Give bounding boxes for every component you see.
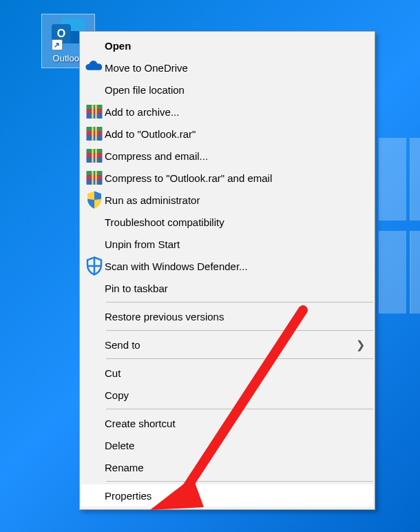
- menu-item-label: Restore previous versions: [105, 311, 365, 323]
- menu-item-label: Pin to taskbar: [105, 283, 365, 294]
- menu-item-label: Copy: [105, 389, 365, 401]
- svg-rect-5: [95, 105, 97, 119]
- menu-item-delete[interactable]: Delete: [81, 434, 373, 456]
- menu-item-troubleshoot[interactable]: Troubleshoot compatibility: [81, 211, 373, 233]
- menu-item-label: Rename: [105, 462, 365, 473]
- icon-slot-empty: [84, 437, 105, 453]
- icon-slot-empty: [84, 487, 105, 504]
- winrar-icon: [84, 125, 105, 142]
- svg-rect-1: [87, 105, 103, 109]
- svg-rect-25: [87, 265, 101, 267]
- menu-item-onedrive[interactable]: Move to OneDrive: [81, 57, 373, 79]
- menu-item-compress-email[interactable]: Compress and email...: [81, 145, 373, 167]
- svg-rect-20: [87, 175, 103, 179]
- menu-item-pin-taskbar[interactable]: Pin to taskbar: [81, 277, 373, 299]
- menu-separator: [106, 409, 373, 409]
- background-windows-logo: [379, 138, 420, 317]
- defender-icon: [84, 258, 105, 274]
- svg-rect-9: [87, 136, 103, 141]
- menu-item-defender[interactable]: Scan with Windows Defender...: [81, 255, 373, 277]
- menu-item-label: Add to "Outlook.rar": [105, 128, 365, 140]
- icon-slot-empty: [84, 459, 105, 475]
- menu-item-run-admin[interactable]: Run as administrator: [81, 189, 373, 211]
- icon-slot-empty: [84, 365, 105, 381]
- menu-item-label: Compress to "Outlook.rar" and email: [105, 172, 365, 184]
- menu-item-label: Compress and email...: [105, 150, 365, 162]
- menu-item-properties[interactable]: Properties: [81, 484, 373, 507]
- menu-separator: [106, 481, 373, 482]
- menu-separator: [106, 330, 373, 331]
- menu-item-label: Open: [105, 40, 365, 52]
- menu-item-compress-outlook-email[interactable]: Compress to "Outlook.rar" and email: [81, 167, 373, 189]
- menu-separator: [106, 358, 373, 359]
- icon-slot-empty: [84, 214, 105, 230]
- icon-slot-empty: [84, 81, 105, 98]
- icon-slot-empty: [84, 308, 105, 325]
- svg-rect-7: [87, 127, 103, 131]
- menu-item-restore-versions[interactable]: Restore previous versions: [81, 305, 373, 327]
- menu-item-label: Unpin from Start: [105, 238, 365, 250]
- winrar-icon: [84, 147, 105, 164]
- svg-rect-19: [87, 171, 103, 175]
- menu-item-open[interactable]: Open: [81, 34, 373, 57]
- menu-item-cut[interactable]: Cut: [81, 362, 373, 384]
- context-menu: OpenMove to OneDriveOpen file locationAd…: [79, 31, 375, 510]
- menu-item-label: Create shortcut: [105, 418, 365, 429]
- icon-slot-empty: [84, 336, 105, 353]
- menu-item-label: Open file location: [105, 84, 365, 96]
- winrar-icon: [84, 103, 105, 120]
- shield-uac-icon: [84, 192, 105, 208]
- menu-item-send-to[interactable]: Send to❯: [81, 334, 373, 356]
- menu-item-label: Send to: [105, 339, 354, 351]
- menu-item-label: Delete: [105, 440, 365, 451]
- menu-item-label: Troubleshoot compatibility: [105, 216, 365, 228]
- icon-slot-empty: [84, 37, 105, 54]
- menu-item-label: Properties: [105, 490, 365, 502]
- menu-item-add-outlook-rar[interactable]: Add to "Outlook.rar": [81, 123, 373, 145]
- svg-rect-16: [92, 149, 94, 163]
- svg-rect-15: [87, 158, 103, 163]
- svg-rect-13: [87, 149, 103, 153]
- menu-item-label: Cut: [105, 367, 365, 379]
- icon-slot-empty: [84, 387, 105, 403]
- svg-rect-23: [95, 171, 97, 185]
- menu-item-copy[interactable]: Copy: [81, 384, 373, 406]
- svg-rect-10: [92, 127, 94, 141]
- menu-item-add-archive[interactable]: Add to archive...: [81, 101, 373, 123]
- menu-item-label: Add to archive...: [105, 106, 365, 118]
- svg-rect-11: [95, 127, 97, 141]
- chevron-right-icon: ❯: [354, 338, 365, 351]
- svg-rect-21: [87, 180, 103, 185]
- onedrive-icon: [84, 59, 105, 76]
- menu-item-unpin-start[interactable]: Unpin from Start: [81, 233, 373, 255]
- icon-slot-empty: [84, 236, 105, 252]
- menu-item-label: Scan with Windows Defender...: [105, 260, 365, 272]
- svg-rect-14: [87, 153, 103, 157]
- icon-slot-empty: [84, 415, 105, 431]
- svg-rect-8: [87, 131, 103, 135]
- svg-rect-22: [92, 171, 94, 185]
- menu-item-label: Move to OneDrive: [105, 62, 365, 74]
- svg-rect-4: [92, 105, 94, 119]
- menu-item-create-shortcut[interactable]: Create shortcut: [81, 412, 373, 434]
- icon-slot-empty: [84, 280, 105, 296]
- winrar-icon: [84, 170, 105, 186]
- menu-item-label: Run as administrator: [105, 194, 365, 206]
- shortcut-overlay-icon: [52, 39, 63, 50]
- svg-rect-2: [87, 109, 103, 113]
- svg-rect-17: [95, 149, 97, 163]
- menu-item-rename[interactable]: Rename: [81, 456, 373, 478]
- svg-rect-3: [87, 114, 103, 119]
- menu-separator: [106, 302, 373, 303]
- menu-item-open-location[interactable]: Open file location: [81, 79, 373, 101]
